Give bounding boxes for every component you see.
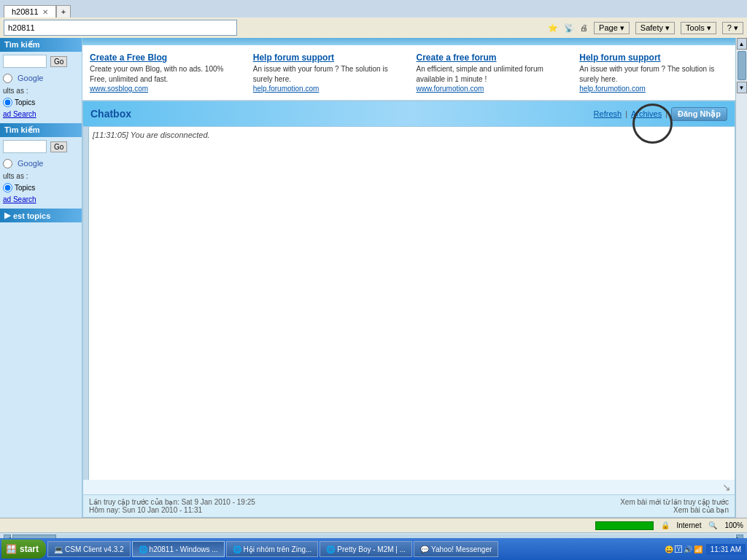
taskbar-right: 😀 🅈 🔊 📶 11:31 AM (665, 544, 746, 555)
top-bar (82, 38, 735, 45)
tray-network: 📶 (694, 545, 703, 553)
chatbox-message: [11:31:05] You are disconnected. (93, 131, 731, 139)
start-button[interactable]: 🪟 start (1, 540, 46, 559)
start-label: start (20, 544, 39, 554)
print-icon[interactable]: 🖨 (580, 23, 588, 32)
ad-item-1: Help forum support An issue with your fo… (253, 52, 402, 93)
ad-link-0[interactable]: www.sosblog.com (90, 85, 239, 93)
taskbar-item-yahoo[interactable]: 💬 Yahoo! Messenger (414, 541, 498, 557)
sidebar-search-header-2: Tìm kiếm (0, 123, 82, 137)
chatbox-container: Chatbox Refresh | Archives | Đăng Nhập [… (82, 101, 735, 518)
sidebar-radio-topics-2: Topics (0, 182, 82, 194)
scroll-down-button[interactable]: ▼ (737, 82, 747, 93)
ad-link-2[interactable]: www.forumotion.com (417, 85, 565, 93)
ad-item-3: Help forum support An issue with your fo… (579, 52, 728, 93)
sidebar-search-input-2[interactable] (3, 140, 47, 153)
topics-label-1: Topics (15, 98, 35, 106)
tray-emoji-1: 😀 (665, 545, 673, 553)
chatbox-footer: Lần truy cập trước của bạn: Sat 9 Jan 20… (83, 494, 735, 517)
ad-title-1[interactable]: Help forum support (253, 52, 402, 63)
advanced-search-link-2[interactable]: ad Search (0, 194, 82, 205)
ad-item-0: Create a Free Blog Create your own Blog,… (90, 52, 239, 93)
ad-link-1[interactable]: help.forumotion.com (253, 85, 402, 93)
page-button[interactable]: Page ▾ (594, 22, 630, 34)
chatbox-left-gutter (83, 127, 89, 480)
taskbar: 🪟 start 💻 CSM Client v4.3.2 🌐 h20811 - W… (0, 538, 747, 560)
sidebar-search-input-1[interactable] (3, 55, 47, 68)
sidebar-search-form-1: Go (0, 52, 82, 71)
resize-handle[interactable]: ↘ (83, 480, 735, 494)
taskbar-item-pretty-boy[interactable]: 🌐 Pretty Boy - M2M | ... (320, 541, 412, 557)
new-tab[interactable]: + (56, 5, 71, 18)
today-text: Hôm nay: Sun 10 Jan 2010 - 11:31 (89, 506, 255, 514)
sidebar-search-header-1: Tìm kiếm (0, 38, 82, 52)
zoom-value: 100% (724, 521, 743, 529)
scroll-up-button[interactable]: ▲ (737, 38, 747, 50)
footer-left: Lần truy cập trước của bạn: Sat 9 Jan 20… (89, 498, 255, 514)
see-posts-text: Xem bài của bạn (620, 506, 729, 514)
pretty-boy-label: Pretty Boy - M2M | ... (337, 545, 406, 553)
ad-link-3[interactable]: help.forumotion.com (579, 85, 728, 93)
active-tab[interactable]: h20811 ✕ (4, 5, 56, 18)
hoi-nhom-label: Hội nhóm trên Zing... (244, 545, 312, 553)
ad-title-0[interactable]: Create a Free Blog (90, 52, 239, 63)
yahoo-icon: 💬 (420, 545, 429, 553)
chatbox-login-button[interactable]: Đăng Nhập (671, 107, 727, 121)
chatbox-title: Chatbox (90, 108, 131, 120)
ad-text-1: An issue with your forum ? The solution … (253, 64, 402, 85)
csm-label: CSM Client v4.3.2 (65, 545, 124, 553)
address-bar: ⭐ 📡 🖨 Page ▾ Safety ▾ Tools ▾ ? ▾ (0, 18, 747, 38)
tab-label: h20811 (12, 7, 39, 16)
windows-logo: 🪟 (6, 544, 17, 554)
see-new-text: Xem bài mới từ lần truy cập trước (620, 498, 729, 506)
google-label-1: Google (15, 72, 46, 84)
right-scrollbar: ▲ ▼ (735, 38, 747, 518)
radio-google-1[interactable] (3, 74, 12, 83)
separator-1: | (625, 109, 627, 118)
chatbox-archives-link[interactable]: Archives (631, 109, 662, 118)
scroll-thumb[interactable] (738, 51, 746, 80)
sidebar-go-btn-2[interactable]: Go (50, 141, 67, 152)
sidebar-radio-2: Google (0, 156, 82, 171)
main-container: Tìm kiếm Go Google ults as : Topics ad S… (0, 38, 747, 518)
sidebar-radio-1: Google (0, 71, 82, 85)
google-label-2: Google (15, 158, 46, 169)
ie-icon-2: 🌐 (233, 545, 241, 553)
chatbox-messages: [11:31:05] You are disconnected. (89, 127, 735, 480)
system-tray: 😀 🅈 🔊 📶 (665, 545, 703, 553)
ie-icon-1: 🌐 (139, 545, 147, 553)
csm-icon: 💻 (54, 545, 63, 553)
internet-zone: Internet (677, 521, 702, 529)
chatbox-links: Refresh | Archives | Đăng Nhập (594, 107, 727, 121)
sidebar-go-btn-1[interactable]: Go (50, 56, 67, 67)
help-button[interactable]: ? ▾ (722, 22, 743, 34)
chatbox-refresh-link[interactable]: Refresh (594, 109, 622, 118)
taskbar-item-hoi-nhom[interactable]: 🌐 Hội nhóm trên Zing... (226, 541, 319, 557)
tools-button[interactable]: Tools ▾ (681, 22, 716, 34)
address-input[interactable] (4, 20, 237, 36)
footer-right: Xem bài mới từ lần truy cập trước Xem bà… (620, 498, 729, 514)
ie-icon-3: 🌐 (326, 545, 335, 553)
taskbar-item-h20811[interactable]: 🌐 h20811 - Windows ... (132, 541, 225, 557)
progress-bar (595, 521, 654, 530)
content-area: Create a Free Blog Create your own Blog,… (82, 38, 735, 518)
favorites-icon[interactable]: ⭐ (548, 23, 558, 33)
ad-text-0: Create your own Blog, with no ads. 100% … (90, 64, 239, 85)
ad-banner: Create a Free Blog Create your own Blog,… (82, 45, 735, 101)
safety-button[interactable]: Safety ▾ (635, 22, 675, 34)
ad-title-3[interactable]: Help forum support (579, 52, 728, 63)
advanced-search-link-1[interactable]: ad Search (0, 109, 82, 120)
radio-topics-2[interactable] (3, 183, 12, 192)
ad-title-2[interactable]: Create a free forum (417, 52, 565, 63)
tray-sound: 🔊 (684, 545, 692, 553)
h20811-label: h20811 - Windows ... (150, 545, 218, 553)
tray-emoji-2: 🅈 (675, 545, 682, 553)
radio-google-2[interactable] (3, 159, 12, 168)
sidebar-search-section-1: Tìm kiếm Go Google ults as : Topics ad S… (0, 38, 82, 120)
results-label-1: ults as : (0, 85, 82, 96)
taskbar-item-csm[interactable]: 💻 CSM Client v4.3.2 (47, 541, 131, 557)
radio-topics-1[interactable] (3, 98, 12, 107)
tab-close-icon[interactable]: ✕ (42, 8, 48, 16)
rss-icon[interactable]: 📡 (564, 23, 574, 33)
topics-label-2: Topics (15, 184, 35, 192)
